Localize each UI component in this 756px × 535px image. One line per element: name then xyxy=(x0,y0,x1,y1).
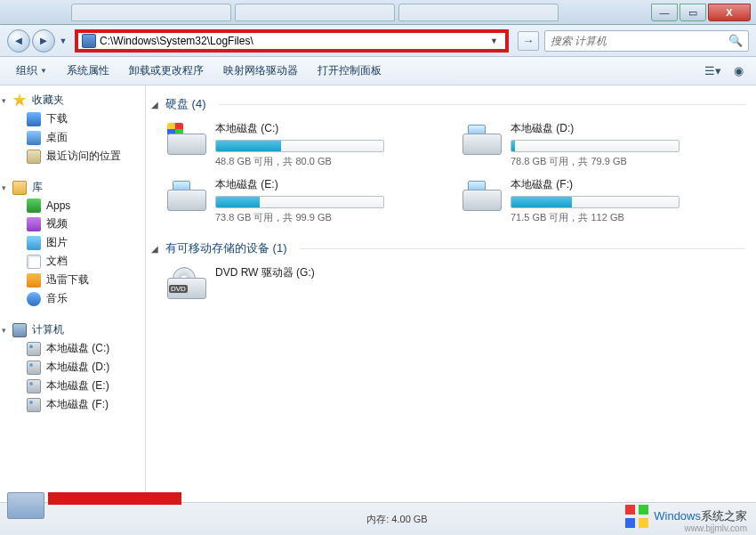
sidebar-libraries-header[interactable]: ▾库 xyxy=(0,178,145,197)
toolbar: 组织▼ 系统属性 卸载或更改程序 映射网络驱动器 打开控制面板 ☰▾ ◉ xyxy=(0,57,756,85)
usage-bar xyxy=(215,196,384,208)
drive-icon xyxy=(27,398,41,412)
usage-fill xyxy=(216,197,260,207)
usage-bar xyxy=(511,196,680,208)
navigation-bar: ◄ ► ▼ ▼ → 🔍 xyxy=(0,25,756,57)
back-button[interactable]: ◄ xyxy=(7,29,30,53)
section-drives-header[interactable]: ◢ 硬盘 (4) xyxy=(149,94,749,118)
computer-icon xyxy=(12,323,27,337)
chevron-down-icon: ▾ xyxy=(2,183,6,192)
drive-f[interactable]: 本地磁盘 (F:) 71.5 GB 可用，共 112 GB xyxy=(462,177,740,224)
sidebar: ▾收藏夹 下载 桌面 最近访问的位置 ▾库 Apps 视频 图片 文档 迅雷下载… xyxy=(0,85,146,502)
drive-d[interactable]: 本地磁盘 (D:) 78.8 GB 可用，共 79.9 GB xyxy=(462,121,740,168)
divider xyxy=(219,104,746,105)
sidebar-item-xunlei[interactable]: 迅雷下载 xyxy=(0,271,145,289)
sidebar-item-downloads[interactable]: 下载 xyxy=(0,109,145,128)
sidebar-item-drive-d[interactable]: 本地磁盘 (D:) xyxy=(0,358,145,377)
status-ram-label: 内存: xyxy=(366,514,389,524)
status-ram: 4.00 GB xyxy=(391,514,427,524)
sidebar-item-music[interactable]: 音乐 xyxy=(0,289,145,308)
drive-stat: 73.8 GB 可用，共 99.9 GB xyxy=(215,211,445,224)
window-tab[interactable] xyxy=(71,4,231,21)
search-input[interactable] xyxy=(551,35,728,47)
search-icon[interactable]: 🔍 xyxy=(728,34,743,47)
sidebar-item-documents[interactable]: 文档 xyxy=(0,252,145,271)
nav-arrows: ◄ ► ▼ xyxy=(7,29,69,53)
music-icon xyxy=(27,292,41,306)
drive-icon xyxy=(27,379,41,393)
drive-e[interactable]: 本地磁盘 (E:) 73.8 GB 可用，共 99.9 GB xyxy=(167,177,445,224)
dvd-icon: DVD xyxy=(167,265,206,304)
back-icon: ◄ xyxy=(13,34,25,47)
sidebar-item-recent[interactable]: 最近访问的位置 xyxy=(0,147,145,166)
uninstall-button[interactable]: 卸载或更改程序 xyxy=(120,60,213,82)
sidebar-computer-header[interactable]: ▾计算机 xyxy=(0,320,145,339)
drive-c[interactable]: 本地磁盘 (C:) 48.8 GB 可用，共 80.0 GB xyxy=(167,121,445,168)
star-icon xyxy=(12,93,27,108)
drive-label: 本地磁盘 (F:) xyxy=(511,177,740,192)
section-removable-header[interactable]: ◢ 有可移动存储的设备 (1) xyxy=(149,239,749,262)
minimize-button[interactable]: — xyxy=(651,4,678,21)
redaction-box xyxy=(48,492,181,505)
control-panel-button[interactable]: 打开控制面板 xyxy=(309,60,390,82)
drive-stat: 78.8 GB 可用，共 79.9 GB xyxy=(511,155,740,168)
sidebar-item-apps[interactable]: Apps xyxy=(0,197,145,215)
forward-button[interactable]: ► xyxy=(32,29,55,53)
drive-icon xyxy=(27,361,41,375)
address-input[interactable] xyxy=(100,35,487,47)
close-button[interactable]: X xyxy=(708,4,751,21)
desktop-icon xyxy=(27,131,41,145)
drive-icon xyxy=(167,121,206,160)
usage-bar xyxy=(215,140,384,152)
sidebar-item-pictures[interactable]: 图片 xyxy=(0,233,145,252)
drive-icon xyxy=(462,177,502,216)
system-properties-button[interactable]: 系统属性 xyxy=(58,60,118,82)
window-controls: — ▭ X xyxy=(649,4,751,21)
apps-icon xyxy=(27,199,41,213)
address-bar[interactable]: ▼ xyxy=(75,29,509,53)
usage-fill xyxy=(511,141,515,151)
computer-thumb-icon xyxy=(7,492,44,519)
drive-icon xyxy=(27,342,41,356)
forward-icon: ► xyxy=(38,34,50,47)
drive-label: 本地磁盘 (C:) xyxy=(215,121,445,136)
titlebar: — ▭ X xyxy=(0,0,756,25)
drive-icon xyxy=(167,177,206,216)
window-tabs xyxy=(71,4,559,21)
library-icon xyxy=(12,181,27,195)
organize-button[interactable]: 组织▼ xyxy=(7,60,56,82)
window-tab[interactable] xyxy=(235,4,395,21)
computer-icon xyxy=(82,34,96,48)
windows-logo-icon xyxy=(625,505,648,528)
drive-label: DVD RW 驱动器 (G:) xyxy=(215,265,445,280)
help-button[interactable]: ◉ xyxy=(728,61,749,81)
usage-fill xyxy=(216,141,281,151)
search-box[interactable]: 🔍 xyxy=(544,30,749,52)
chevron-down-icon: ▼ xyxy=(40,67,47,75)
download-icon xyxy=(27,112,41,126)
usage-fill xyxy=(511,197,572,207)
sidebar-item-drive-e[interactable]: 本地磁盘 (E:) xyxy=(0,377,145,395)
chevron-down-icon: ▾ xyxy=(2,326,6,335)
sidebar-item-desktop[interactable]: 桌面 xyxy=(0,128,145,147)
drive-dvd[interactable]: DVD DVD RW 驱动器 (G:) xyxy=(167,265,445,304)
sidebar-favorites-header[interactable]: ▾收藏夹 xyxy=(0,91,145,109)
sidebar-item-drive-f[interactable]: 本地磁盘 (F:) xyxy=(0,395,145,414)
chevron-down-icon: ◢ xyxy=(149,100,160,109)
address-dropdown[interactable]: ▼ xyxy=(487,36,502,45)
drive-label: 本地磁盘 (E:) xyxy=(215,177,445,192)
view-options-button[interactable]: ☰▾ xyxy=(699,61,727,81)
drive-stat: 48.8 GB 可用，共 80.0 GB xyxy=(215,155,445,168)
go-button[interactable]: → xyxy=(518,31,539,51)
usage-bar xyxy=(511,140,680,152)
maximize-button[interactable]: ▭ xyxy=(680,4,706,21)
sidebar-item-videos[interactable]: 视频 xyxy=(0,215,145,233)
window-tab[interactable] xyxy=(398,4,559,21)
sidebar-item-drive-c[interactable]: 本地磁盘 (C:) xyxy=(0,339,145,358)
map-drive-button[interactable]: 映射网络驱动器 xyxy=(214,60,307,82)
nav-history-dropdown[interactable]: ▼ xyxy=(57,29,69,53)
document-icon xyxy=(27,255,41,269)
body: ▾收藏夹 下载 桌面 最近访问的位置 ▾库 Apps 视频 图片 文档 迅雷下载… xyxy=(0,85,756,502)
xunlei-icon xyxy=(27,273,41,288)
arrow-right-icon: → xyxy=(523,34,535,47)
